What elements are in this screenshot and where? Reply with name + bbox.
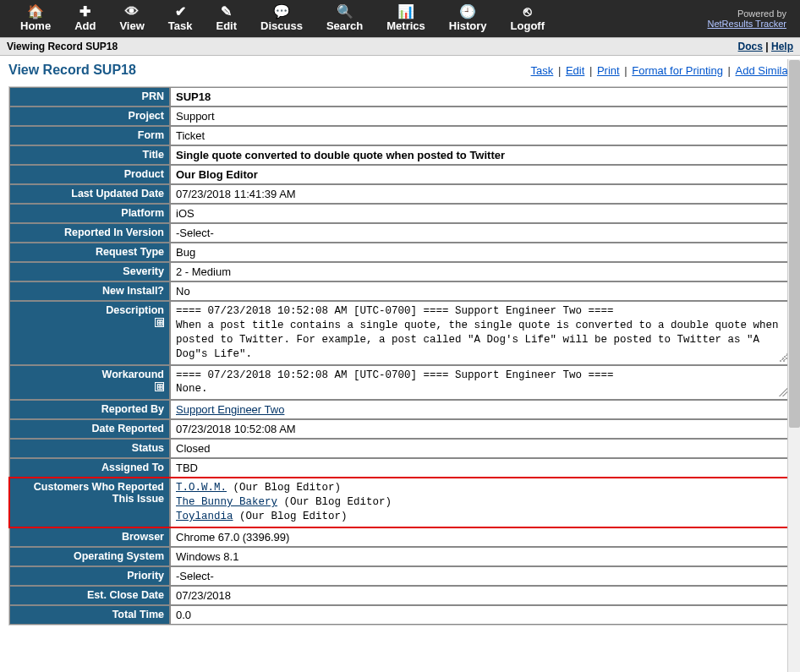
description-text: ==== 07/23/2018 10:52:08 AM [UTC-0700] =… <box>176 304 785 362</box>
field-label-new-install-: New Install? <box>9 281 170 301</box>
home-icon: 🏠 <box>20 4 51 19</box>
workaround-text: ==== 07/23/2018 10:52:08 AM [UTC-0700] =… <box>176 369 785 397</box>
subbar-title: Viewing Record SUP18 <box>7 41 118 52</box>
main-toolbar: 🏠Home✚Add👁View✔Task✎Edit💬Discuss🔍Search📊… <box>0 0 800 37</box>
toolbar-view[interactable]: 👁View <box>107 3 156 35</box>
action-task[interactable]: Task <box>531 64 554 77</box>
field-label-operating-system: Operating System <box>9 547 170 566</box>
field-value-last-updated-date: 07/23/2018 11:41:39 AM <box>170 184 791 204</box>
field-value-date-reported: 07/23/2018 10:52:08 AM <box>170 419 791 439</box>
field-value-est-close-date: 07/23/2018 <box>170 586 791 605</box>
toolbar-task[interactable]: ✔Task <box>156 3 205 35</box>
scrollbar[interactable] <box>787 59 800 669</box>
field-value-project: Support <box>170 107 791 126</box>
field-value-title: Single quote converted to double quote w… <box>170 145 791 165</box>
view-icon: 👁 <box>119 4 144 19</box>
customer-row: T.O.W.M. (Our Blog Editor) <box>176 481 785 495</box>
field-label-assigned-to: Assigned To <box>9 458 170 478</box>
task-icon: ✔ <box>168 4 193 19</box>
customer-link[interactable]: The Bunny Bakery <box>176 496 277 508</box>
field-label-product: Product <box>9 165 170 184</box>
field-label-workaround: Workaround ⊞ <box>9 365 170 401</box>
field-label-browser: Browser <box>9 527 170 547</box>
add-icon: ✚ <box>74 4 96 19</box>
field-value-assigned-to: TBD <box>170 458 791 478</box>
logoff-icon: ⎋ <box>511 4 545 19</box>
field-label-priority: Priority <box>9 566 170 586</box>
customer-link[interactable]: Toylandia <box>176 511 233 522</box>
field-label-form: Form <box>9 126 170 145</box>
field-label-reported-in-version: Reported In Version <box>9 223 170 243</box>
resize-grip[interactable] <box>779 353 787 362</box>
action-add-similar[interactable]: Add Similar <box>736 64 792 77</box>
field-label-est-close-date: Est. Close Date <box>9 586 170 605</box>
field-label-status: Status <box>9 439 170 458</box>
field-value-product: Our Blog Editor <box>170 165 791 184</box>
expand-description-icon[interactable]: ⊞ <box>155 318 164 327</box>
search-icon: 🔍 <box>326 4 363 19</box>
page-title: View Record SUP18 <box>8 63 136 78</box>
field-value-customers: T.O.W.M. (Our Blog Editor)The Bunny Bake… <box>170 478 791 527</box>
sub-toolbar: Viewing Record SUP18 Docs | Help <box>0 37 800 56</box>
customer-row: The Bunny Bakery (Our Blog Editor) <box>176 495 785 510</box>
toolbar-discuss[interactable]: 💬Discuss <box>249 3 315 35</box>
action-links: Task | Edit | Print | Format for Printin… <box>531 64 792 77</box>
field-value-description: ==== 07/23/2018 10:52:08 AM [UTC-0700] =… <box>170 301 791 365</box>
help-link[interactable]: Help <box>771 41 793 52</box>
field-value-priority: -Select- <box>170 566 791 586</box>
field-value-operating-system: Windows 8.1 <box>170 547 791 566</box>
field-value-reported-by: Support Engineer Two <box>170 400 791 419</box>
metrics-icon: 📊 <box>386 4 425 19</box>
toolbar-metrics[interactable]: 📊Metrics <box>375 3 437 35</box>
resize-grip[interactable] <box>779 388 787 396</box>
toolbar-history[interactable]: 🕘History <box>437 3 499 35</box>
action-edit[interactable]: Edit <box>566 64 584 77</box>
history-icon: 🕘 <box>449 4 487 19</box>
field-value-request-type: Bug <box>170 243 791 262</box>
netresults-link[interactable]: NetResults Tracker <box>707 19 786 29</box>
toolbar-edit[interactable]: ✎Edit <box>204 3 249 35</box>
content-area: View Record SUP18 Task | Edit | Print | … <box>0 56 800 669</box>
action-format-for-printing[interactable]: Format for Printing <box>632 64 723 77</box>
subbar-links: Docs | Help <box>738 41 793 52</box>
customer-row: Toylandia (Our Blog Editor) <box>176 510 785 524</box>
link-support-engineer-two[interactable]: Support Engineer Two <box>176 403 284 416</box>
field-value-browser: Chrome 67.0 (3396.99) <box>170 527 791 547</box>
field-value-prn: SUP18 <box>170 87 791 107</box>
field-value-status: Closed <box>170 439 791 458</box>
customer-link[interactable]: T.O.W.M. <box>176 482 227 494</box>
field-label-total-time: Total Time <box>9 605 170 625</box>
field-value-total-time: 0.0 <box>170 605 791 625</box>
field-value-form: Ticket <box>170 126 791 145</box>
field-label-severity: Severity <box>9 262 170 281</box>
field-label-last-updated-date: Last Updated Date <box>9 184 170 204</box>
toolbar-search[interactable]: 🔍Search <box>315 3 375 35</box>
field-label-prn: PRN <box>9 87 170 107</box>
field-value-new-install-: No <box>170 281 791 301</box>
docs-link[interactable]: Docs <box>738 41 763 52</box>
toolbar-add[interactable]: ✚Add <box>63 3 107 35</box>
field-label-customers: Customers Who Reported This Issue <box>9 478 170 527</box>
field-value-platform: iOS <box>170 204 791 223</box>
field-value-severity: 2 - Medium <box>170 262 791 281</box>
powered-by: Powered byNetResults Tracker <box>707 8 792 29</box>
expand-workaround-icon[interactable]: ⊞ <box>155 382 164 391</box>
discuss-icon: 💬 <box>260 4 303 19</box>
toolbar-home[interactable]: 🏠Home <box>8 3 63 35</box>
field-label-request-type: Request Type <box>9 243 170 262</box>
field-label-reported-by: Reported By <box>9 400 170 419</box>
field-label-date-reported: Date Reported <box>9 419 170 439</box>
record-table: PRNSUP18ProjectSupportFormTicketTitleSin… <box>8 86 792 626</box>
field-value-workaround: ==== 07/23/2018 10:52:08 AM [UTC-0700] =… <box>170 365 791 401</box>
toolbar-logoff[interactable]: ⎋Logoff <box>499 3 556 35</box>
page-header: View Record SUP18 Task | Edit | Print | … <box>8 63 792 78</box>
field-label-project: Project <box>9 107 170 126</box>
field-label-platform: Platform <box>9 204 170 223</box>
field-label-title: Title <box>9 145 170 165</box>
edit-icon: ✎ <box>216 4 237 19</box>
field-value-reported-in-version: -Select- <box>170 223 791 243</box>
field-label-description: Description ⊞ <box>9 301 170 365</box>
action-print[interactable]: Print <box>597 64 620 77</box>
